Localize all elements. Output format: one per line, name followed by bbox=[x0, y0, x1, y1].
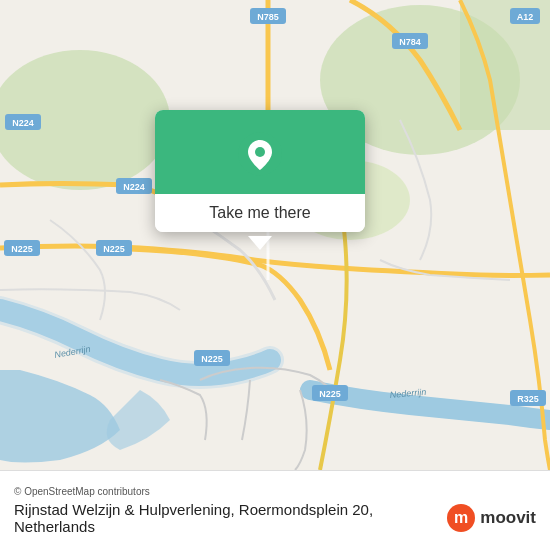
moovit-text-label: moovit bbox=[480, 508, 536, 528]
svg-text:A12: A12 bbox=[517, 12, 534, 22]
svg-text:N785: N785 bbox=[257, 12, 279, 22]
svg-text:R325: R325 bbox=[517, 394, 539, 404]
svg-text:N225: N225 bbox=[319, 389, 341, 399]
popup-card: Take me there bbox=[155, 110, 365, 232]
svg-text:N225: N225 bbox=[11, 244, 33, 254]
take-me-there-button[interactable]: Take me there bbox=[155, 194, 365, 232]
attribution: © OpenStreetMap contributors bbox=[14, 486, 536, 497]
popup-icon-area bbox=[155, 110, 365, 194]
svg-text:N225: N225 bbox=[103, 244, 125, 254]
svg-text:N224: N224 bbox=[123, 182, 145, 192]
moovit-logo: m moovit bbox=[447, 504, 536, 532]
svg-text:N784: N784 bbox=[399, 37, 421, 47]
map-container: N785 N784 N224 N224 N225 N225 N225 N225 … bbox=[0, 0, 550, 470]
svg-text:N225: N225 bbox=[201, 354, 223, 364]
location-pin-icon bbox=[238, 132, 282, 176]
svg-text:N224: N224 bbox=[12, 118, 34, 128]
footer: © OpenStreetMap contributors Rijnstad We… bbox=[0, 470, 550, 550]
map-svg: N785 N784 N224 N224 N225 N225 N225 N225 … bbox=[0, 0, 550, 470]
popup-tail bbox=[248, 236, 272, 250]
svg-text:m: m bbox=[454, 509, 468, 526]
moovit-icon: m bbox=[447, 504, 475, 532]
svg-point-30 bbox=[255, 147, 265, 157]
